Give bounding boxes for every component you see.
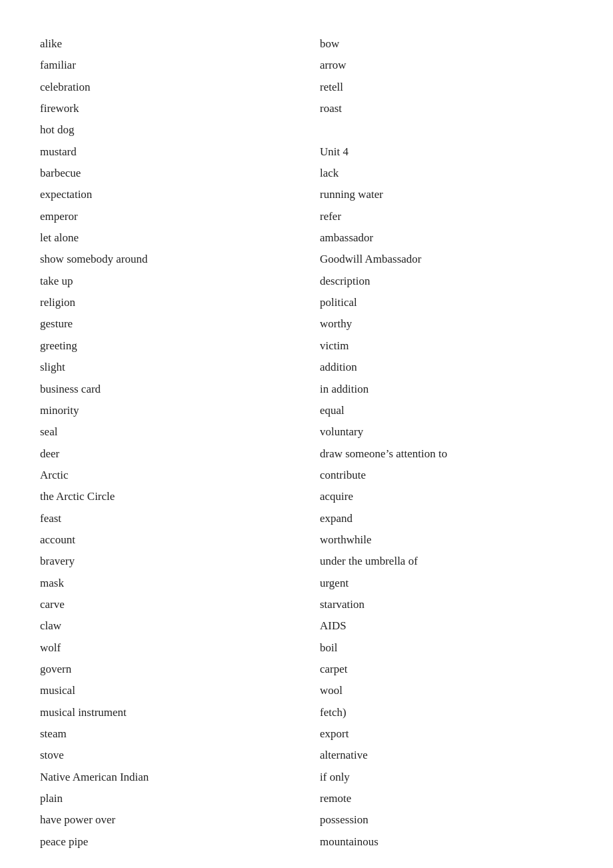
list-item: govern	[40, 659, 293, 680]
list-item: carpet	[320, 659, 573, 680]
list-item: bow	[320, 33, 573, 55]
list-item: expand	[320, 508, 573, 529]
list-item: minority	[40, 400, 293, 421]
list-item: contribute	[320, 465, 573, 486]
list-item: boil	[320, 637, 573, 659]
list-item: Arctic	[40, 465, 293, 486]
list-item: alternative	[320, 745, 573, 766]
list-item: possession	[320, 809, 573, 831]
list-item: worthy	[320, 313, 573, 335]
list-item: take up	[40, 271, 293, 292]
list-item: export	[320, 723, 573, 745]
list-item: let alone	[40, 227, 293, 249]
list-item: remote	[320, 788, 573, 809]
list-item: victim	[320, 335, 573, 357]
list-item: under the umbrella of	[320, 551, 573, 572]
list-item: mountainous	[320, 831, 573, 853]
list-item: familiar	[40, 55, 293, 76]
list-item: mustard	[40, 141, 293, 163]
list-item: description	[320, 271, 573, 292]
list-item: wool	[320, 680, 573, 701]
list-item: bravery	[40, 551, 293, 572]
list-item: the Arctic Circle	[40, 486, 293, 507]
list-item: in addition	[320, 379, 573, 400]
list-item: fetch)	[320, 702, 573, 723]
list-item: claw	[40, 615, 293, 637]
list-item	[320, 119, 573, 141]
list-item: draw someone’s attention to	[320, 443, 573, 465]
list-item: wolf	[40, 637, 293, 659]
list-item: if only	[320, 767, 573, 788]
list-item: equal	[320, 400, 573, 421]
list-item: barbecue	[40, 163, 293, 184]
list-item: firework	[40, 98, 293, 119]
word-list: alikebowfamiliararrowcelebrationretellfi…	[40, 33, 573, 853]
list-item: deer	[40, 443, 293, 465]
list-item: Native American Indian	[40, 767, 293, 788]
list-item: refer	[320, 206, 573, 227]
list-item: roast	[320, 98, 573, 119]
list-item: AIDS	[320, 615, 573, 637]
list-item: Unit 4	[320, 141, 573, 163]
list-item: peace pipe	[40, 831, 293, 853]
list-item: account	[40, 529, 293, 551]
list-item: religion	[40, 292, 293, 313]
list-item: worthwhile	[320, 529, 573, 551]
list-item: ambassador	[320, 227, 573, 249]
list-item: hot dog	[40, 119, 293, 141]
list-item: Goodwill Ambassador	[320, 249, 573, 270]
list-item: emperor	[40, 206, 293, 227]
list-item: feast	[40, 508, 293, 529]
list-item: starvation	[320, 594, 573, 615]
list-item: running water	[320, 184, 573, 205]
list-item: carve	[40, 594, 293, 615]
list-item: steam	[40, 723, 293, 745]
list-item: plain	[40, 788, 293, 809]
list-item: voluntary	[320, 421, 573, 443]
list-item: greeting	[40, 335, 293, 357]
list-item: lack	[320, 163, 573, 184]
list-item: seal	[40, 421, 293, 443]
list-item: acquire	[320, 486, 573, 507]
list-item: addition	[320, 357, 573, 378]
list-item: political	[320, 292, 573, 313]
list-item: mask	[40, 573, 293, 594]
list-item: retell	[320, 77, 573, 98]
list-item: show somebody around	[40, 249, 293, 270]
list-item: slight	[40, 357, 293, 378]
list-item: expectation	[40, 184, 293, 205]
list-item: arrow	[320, 55, 573, 76]
list-item: celebration	[40, 77, 293, 98]
list-item: urgent	[320, 573, 573, 594]
list-item: have power over	[40, 809, 293, 831]
list-item: business card	[40, 379, 293, 400]
list-item: alike	[40, 33, 293, 55]
list-item: gesture	[40, 313, 293, 335]
list-item: musical instrument	[40, 702, 293, 723]
list-item: musical	[40, 680, 293, 701]
list-item: stove	[40, 745, 293, 766]
